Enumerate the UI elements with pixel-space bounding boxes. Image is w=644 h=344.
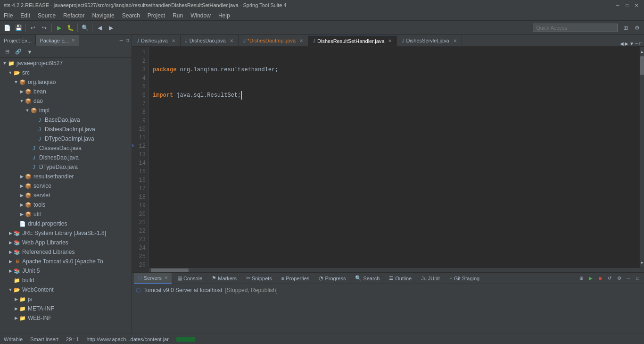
- tree-item-webapp-libs[interactable]: ▶ 📚 Web App Libraries: [0, 238, 132, 247]
- package-explorer-tab[interactable]: Package E... ✕: [36, 35, 79, 46]
- link-editor-btn[interactable]: 🔗: [13, 47, 24, 57]
- perspective-button[interactable]: ⊞: [620, 23, 631, 33]
- tree-item-build[interactable]: ▶ 📁 build: [0, 276, 132, 285]
- menu-help[interactable]: Help: [215, 10, 234, 21]
- menu-navigate[interactable]: Navigate: [88, 10, 118, 21]
- menu-refactor[interactable]: Refactor: [59, 10, 88, 21]
- prev-button[interactable]: ◀: [94, 23, 105, 33]
- panel-minimize-btn[interactable]: ─: [119, 38, 124, 43]
- menu-file[interactable]: File: [0, 10, 17, 21]
- tree-item-junit[interactable]: ▶ 📚 JUnit 5: [0, 266, 132, 276]
- tab-dishesresultsethandler[interactable]: J DishesResultSetHandler.java ✕: [308, 35, 397, 46]
- tab-dishesservlet[interactable]: J DishesServlet.java ✕: [397, 35, 462, 46]
- scroll-up-button[interactable]: ▲: [640, 47, 644, 56]
- menu-run[interactable]: Run: [169, 10, 187, 21]
- redo-button[interactable]: ↪: [39, 23, 50, 33]
- code-editor[interactable]: 1 2 3 4 5 6 7 8 9 10 11 ⊕12 13 14 15 16 …: [132, 47, 644, 268]
- tree-item[interactable]: ▼ 📦 org.lanqiao: [0, 77, 132, 87]
- tree-item[interactable]: ▼ 📁 javaeeproject9527: [0, 59, 132, 68]
- scroll-track[interactable]: [640, 56, 644, 258]
- maximize-button[interactable]: □: [623, 1, 631, 9]
- tree-item-dtypedao[interactable]: ▶ J DTypeDao.java: [0, 162, 132, 172]
- scroll-thumb[interactable]: [640, 56, 644, 75]
- next-button[interactable]: ▶: [106, 23, 116, 33]
- quick-access-input[interactable]: [533, 24, 618, 32]
- tree-item-js[interactable]: ▶ 📁 js: [0, 294, 132, 304]
- project-explorer-tab[interactable]: Project Ex...: [0, 35, 36, 46]
- tabs-maximize[interactable]: □: [639, 41, 642, 46]
- menu-project[interactable]: Project: [144, 10, 169, 21]
- panel-maximize-btn[interactable]: □: [125, 38, 130, 43]
- tab-close-dishesresultsethandler[interactable]: ✕: [388, 38, 392, 43]
- tree-item-web-inf[interactable]: ▶ 📁 WEB-INF: [0, 313, 132, 323]
- tree-item-dishesdaoimpl[interactable]: ▶ J DishesDaoImpl.java: [0, 125, 132, 134]
- tabs-minimize[interactable]: ─: [635, 41, 638, 46]
- bottom-new-server[interactable]: ⊞: [577, 274, 586, 283]
- bottom-maximize[interactable]: □: [634, 274, 642, 283]
- save-button[interactable]: 💾: [13, 23, 24, 33]
- horizontal-scrollbar[interactable]: [132, 268, 644, 272]
- menu-edit[interactable]: Edit: [17, 10, 34, 21]
- tab-junit[interactable]: Ju JUnit: [417, 273, 444, 284]
- tree-item-resultsethandler[interactable]: ▶ 📦 resultsethandler: [0, 172, 132, 181]
- tree-item-druid[interactable]: ▶ 📄 druid.properties: [0, 219, 132, 228]
- tree-item-bean[interactable]: ▶ 📦 bean: [0, 87, 132, 96]
- tree-item-servlet[interactable]: ▶ 📦 servlet: [0, 191, 132, 200]
- tab-progress[interactable]: ◔ Progress: [315, 273, 349, 284]
- tree-item-dishesdao[interactable]: ▶ J DishesDao.java: [0, 153, 132, 162]
- bottom-stop[interactable]: ■: [596, 274, 604, 283]
- tab-servers[interactable]: ⬡ Servers ✕: [134, 273, 172, 284]
- tab-close-dishesdao[interactable]: ✕: [230, 38, 233, 43]
- tabs-menu[interactable]: ▼: [629, 41, 634, 46]
- tree-item-dao[interactable]: ▼ 📦 dao: [0, 96, 132, 106]
- tab-properties[interactable]: ≡ Properties: [278, 273, 314, 284]
- tree-item-impl[interactable]: ▼ 📦 impl: [0, 106, 132, 115]
- vertical-scrollbar[interactable]: ▲ ▼: [639, 47, 644, 268]
- close-button[interactable]: ✕: [633, 1, 640, 9]
- tree-item[interactable]: ▼ 📂 src: [0, 68, 132, 77]
- tree-item-tomcat[interactable]: ▶ 🖥 Apache Tomcat v9.0 [Apache To: [0, 257, 132, 266]
- tree-item-jre[interactable]: ▶ 📚 JRE System Library [JavaSE-1.8]: [0, 228, 132, 238]
- tabs-chevron-left[interactable]: ◀: [620, 41, 624, 46]
- tree-item-meta-inf[interactable]: ▶ 📁 META-INF: [0, 304, 132, 313]
- menu-source[interactable]: Source: [34, 10, 59, 21]
- bottom-minimize[interactable]: ─: [624, 274, 633, 283]
- tree-item-webcontent[interactable]: ▼ 📂 WebContent: [0, 285, 132, 294]
- tree-item-classesdao[interactable]: ▶ J ClassesDao.java: [0, 143, 132, 153]
- tab-close-dishesdaoimpl[interactable]: ✕: [299, 38, 303, 43]
- search-button[interactable]: 🔍: [80, 23, 90, 33]
- tree-item-util[interactable]: ▶ 📦 util: [0, 210, 132, 219]
- tab-search[interactable]: 🔍 Search: [351, 273, 383, 284]
- h-scroll-track[interactable]: [149, 268, 644, 272]
- bottom-settings[interactable]: ⚙: [615, 274, 623, 283]
- tab-dishes[interactable]: J Dishes.java ✕: [132, 35, 181, 46]
- tab-dishesdaoimpl[interactable]: J *DishesDaoImpl.java ✕: [239, 35, 308, 46]
- tab-close-dishesservlet[interactable]: ✕: [453, 38, 457, 43]
- tab-console[interactable]: ▤ Console: [173, 273, 206, 284]
- menu-search[interactable]: Search: [118, 10, 144, 21]
- tab-dishesdao[interactable]: J DishesDao.java ✕: [181, 35, 239, 46]
- debug-button[interactable]: 🐛: [65, 23, 75, 33]
- tree-item-service[interactable]: ▶ 📦 service: [0, 181, 132, 191]
- undo-button[interactable]: ↩: [28, 23, 38, 33]
- menu-window[interactable]: Window: [187, 10, 215, 21]
- tree-item-tools[interactable]: ▶ 📦 tools: [0, 200, 132, 210]
- package-explorer-close[interactable]: ✕: [71, 38, 75, 43]
- toolbar-settings[interactable]: ⚙: [632, 23, 642, 33]
- server-row[interactable]: ⬡ Tomcat v9.0 Server at localhost [Stopp…: [136, 286, 640, 294]
- new-button[interactable]: 📄: [2, 23, 12, 33]
- tab-close-dishes[interactable]: ✕: [172, 38, 175, 43]
- bottom-restart[interactable]: ↺: [605, 274, 614, 283]
- tree-item-ref-libs[interactable]: ▶ 📚 Referenced Libraries: [0, 247, 132, 257]
- bottom-start[interactable]: ▶: [586, 274, 595, 283]
- tab-snippets[interactable]: ✂ Snippets: [242, 273, 276, 284]
- scroll-down-button[interactable]: ▼: [640, 258, 644, 268]
- code-content[interactable]: package org.lanqiao.resultsethandler; im…: [149, 47, 639, 268]
- tree-item-dtypedaoimpl[interactable]: ▶ J DTypeDaoImpl.java: [0, 134, 132, 143]
- panel-menu-btn[interactable]: ▼: [25, 47, 35, 57]
- tab-outline[interactable]: ☰ Outline: [385, 273, 415, 284]
- minimize-button[interactable]: ─: [614, 1, 621, 9]
- tabs-chevron-right[interactable]: ▶: [625, 41, 628, 46]
- tab-git[interactable]: ⑂ Git Staging: [446, 273, 483, 284]
- tree-item-basedao[interactable]: ▶ J BaseDao.java: [0, 115, 132, 125]
